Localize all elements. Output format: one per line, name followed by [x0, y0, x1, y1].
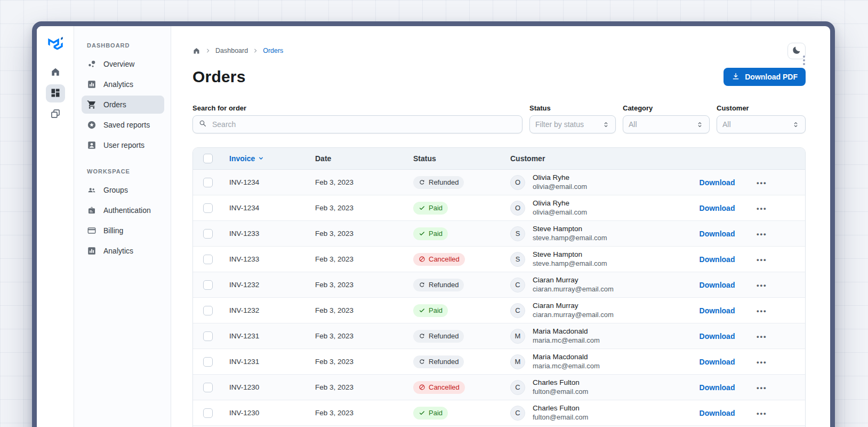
search-icon: [198, 119, 207, 130]
status-filter-select[interactable]: Filter by status: [529, 115, 616, 133]
sidebar-item-user-reports[interactable]: User reports: [82, 136, 164, 154]
sidebar-item-billing[interactable]: Billing: [82, 222, 164, 240]
invoice-id: INV-1232: [223, 306, 309, 314]
download-link[interactable]: Download: [700, 409, 735, 417]
download-link[interactable]: Download: [700, 332, 735, 341]
row-more-button[interactable]: •••: [757, 230, 767, 238]
row-checkbox[interactable]: [203, 229, 213, 239]
avatar: C: [510, 406, 525, 421]
row-checkbox[interactable]: [203, 203, 213, 213]
row-more-button[interactable]: •••: [757, 204, 767, 212]
block-icon: [419, 384, 425, 391]
download-link[interactable]: Download: [700, 306, 735, 315]
order-date: Feb 3, 2023: [309, 332, 407, 340]
sidebar-item-overview[interactable]: Overview: [82, 55, 164, 73]
column-header-status[interactable]: Status: [407, 154, 504, 163]
row-more-button[interactable]: •••: [757, 409, 767, 417]
page-title: Orders: [192, 68, 246, 86]
row-more-button[interactable]: •••: [757, 384, 767, 392]
rail-dashboard-button[interactable]: [46, 84, 65, 102]
bar-chart-icon: [87, 80, 97, 89]
sidebar-item-authentication[interactable]: Authentication: [82, 201, 164, 219]
download-link[interactable]: Download: [700, 281, 735, 289]
customer-name: Olivia Ryhe: [533, 173, 587, 183]
row-checkbox[interactable]: [203, 280, 213, 290]
row-more-button[interactable]: •••: [757, 256, 767, 264]
avatar: M: [510, 329, 525, 344]
column-header-customer[interactable]: Customer: [504, 154, 690, 163]
download-link[interactable]: Download: [700, 204, 735, 212]
unfold-chevrons-icon: [792, 121, 800, 129]
invoice-id: INV-1232: [223, 281, 309, 289]
sidebar-item-orders[interactable]: Orders: [82, 96, 164, 114]
order-date: Feb 3, 2023: [309, 230, 407, 238]
row-checkbox[interactable]: [203, 255, 213, 264]
download-link[interactable]: Download: [700, 255, 735, 264]
avatar: C: [510, 278, 525, 292]
row-checkbox[interactable]: [203, 306, 213, 315]
column-header-invoice[interactable]: Invoice: [223, 154, 309, 163]
bubble-chart-icon: [87, 59, 97, 69]
column-header-date[interactable]: Date: [309, 154, 407, 163]
breadcrumb-dashboard[interactable]: Dashboard: [215, 47, 248, 54]
home-icon: [50, 67, 61, 79]
customer-email: maria.mc@email.com: [533, 362, 600, 371]
chevron-right-icon: [253, 48, 258, 53]
search-input[interactable]: [211, 120, 517, 129]
row-checkbox[interactable]: [203, 408, 213, 418]
download-pdf-button[interactable]: Download PDF: [724, 68, 806, 86]
download-pdf-label: Download PDF: [745, 73, 798, 81]
select-all-checkbox[interactable]: [203, 154, 213, 163]
table-body: INV-1234 Feb 3, 2023 Refunded O Olivia R…: [193, 170, 805, 427]
check-icon: [419, 409, 425, 416]
row-more-button[interactable]: •••: [757, 358, 767, 366]
download-link[interactable]: Download: [700, 230, 735, 238]
row-more-button[interactable]: •••: [757, 333, 767, 341]
status-chip: Paid: [413, 304, 448, 317]
download-link[interactable]: Download: [700, 358, 735, 366]
sidebar: DASHBOARD Overview Analytics Orders Save…: [74, 26, 171, 427]
filters-row: Search for order Status Filter by status…: [192, 104, 806, 133]
row-checkbox[interactable]: [203, 357, 213, 367]
row-checkbox[interactable]: [203, 383, 213, 392]
sidebar-item-analytics[interactable]: Analytics: [82, 75, 164, 93]
check-icon: [419, 307, 425, 314]
order-date: Feb 3, 2023: [309, 409, 407, 417]
category-filter-select[interactable]: All: [623, 115, 710, 133]
download-link[interactable]: Download: [700, 383, 735, 392]
download-link[interactable]: Download: [700, 178, 735, 187]
rail-home-button[interactable]: [46, 64, 65, 82]
invoice-id: INV-1231: [223, 358, 309, 366]
people-icon: [87, 185, 97, 195]
sort-desc-icon: [258, 154, 264, 163]
sidebar-item-analytics[interactable]: Analytics: [82, 242, 164, 260]
row-more-button[interactable]: •••: [757, 179, 767, 187]
row-more-button[interactable]: •••: [757, 307, 767, 315]
status-label: Paid: [429, 204, 443, 212]
customer-filter-select[interactable]: All: [717, 115, 806, 133]
sidebar-item-saved-reports[interactable]: Saved reports: [82, 116, 164, 134]
order-date: Feb 3, 2023: [309, 306, 407, 314]
row-checkbox[interactable]: [203, 331, 213, 341]
unfold-chevrons-icon: [602, 121, 610, 129]
avatar: S: [510, 226, 525, 241]
rail-windows-button[interactable]: [46, 105, 65, 123]
home-icon[interactable]: [192, 47, 200, 55]
customer-name: Ciaran Murray: [533, 301, 614, 311]
status-label: Refunded: [429, 332, 459, 340]
badge-icon: [87, 205, 97, 215]
status-label: Refunded: [429, 178, 459, 186]
overlapping-windows-icon: [50, 108, 61, 121]
invoice-id: INV-1233: [223, 255, 309, 263]
table-header-row: Invoice Date Status Customer: [193, 148, 805, 170]
table-row: INV-1233 Feb 3, 2023 Cancelled S Steve H…: [193, 247, 805, 272]
sidebar-item-groups[interactable]: Groups: [82, 181, 164, 199]
orders-table: Invoice Date Status Customer INV-1234 Fe…: [192, 147, 806, 427]
invoice-id: INV-1234: [223, 204, 309, 212]
row-checkbox[interactable]: [203, 178, 213, 187]
table-row: INV-1234 Feb 3, 2023 Paid O Olivia Ryhe …: [193, 195, 805, 221]
breadcrumb-orders[interactable]: Orders: [263, 47, 283, 54]
row-more-button[interactable]: •••: [757, 281, 767, 289]
sidebar-section: DASHBOARD Overview Analytics Orders Save…: [82, 42, 164, 154]
invoice-id: INV-1233: [223, 230, 309, 238]
